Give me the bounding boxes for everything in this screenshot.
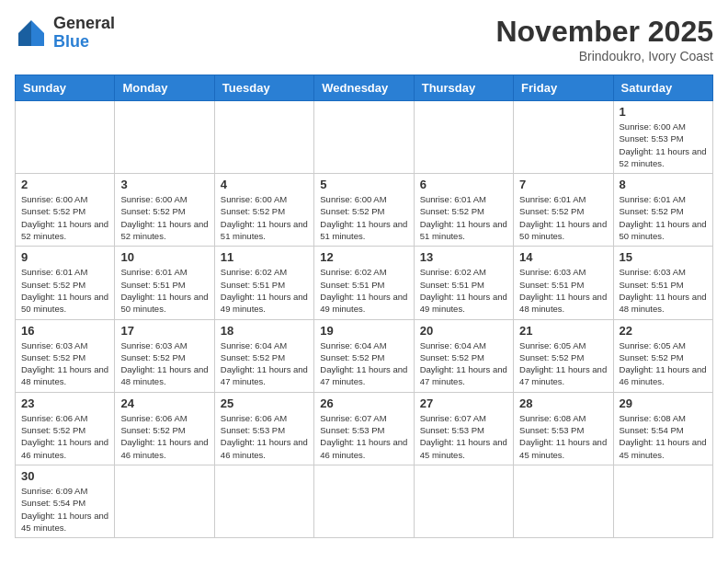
day-number: 29 bbox=[620, 396, 707, 410]
calendar-cell: 23Sunrise: 6:06 AM Sunset: 5:52 PM Dayli… bbox=[16, 392, 115, 465]
day-number: 24 bbox=[120, 396, 208, 410]
calendar-cell: 13Sunrise: 6:02 AM Sunset: 5:51 PM Dayli… bbox=[414, 247, 513, 319]
day-info: Sunrise: 6:00 AM Sunset: 5:53 PM Dayligh… bbox=[620, 121, 707, 169]
calendar-cell: 5Sunrise: 6:00 AM Sunset: 5:52 PM Daylig… bbox=[314, 174, 414, 247]
day-info: Sunrise: 6:02 AM Sunset: 5:51 PM Dayligh… bbox=[420, 266, 507, 315]
day-info: Sunrise: 6:02 AM Sunset: 5:51 PM Dayligh… bbox=[320, 266, 407, 315]
calendar-cell: 9Sunrise: 6:01 AM Sunset: 5:52 PM Daylig… bbox=[16, 247, 115, 319]
calendar-cell: 21Sunrise: 6:05 AM Sunset: 5:52 PM Dayli… bbox=[514, 319, 613, 392]
calendar-cell bbox=[115, 101, 214, 174]
col-saturday: Saturday bbox=[613, 75, 712, 101]
day-number: 19 bbox=[320, 324, 407, 338]
day-info: Sunrise: 6:05 AM Sunset: 5:52 PM Dayligh… bbox=[519, 339, 607, 388]
calendar-cell: 30Sunrise: 6:09 AM Sunset: 5:54 PM Dayli… bbox=[16, 465, 115, 537]
col-tuesday: Tuesday bbox=[214, 75, 313, 101]
calendar-body: 1Sunrise: 6:00 AM Sunset: 5:53 PM Daylig… bbox=[16, 101, 713, 538]
calendar-cell: 18Sunrise: 6:04 AM Sunset: 5:52 PM Dayli… bbox=[214, 319, 313, 392]
day-info: Sunrise: 6:03 AM Sunset: 5:52 PM Dayligh… bbox=[21, 339, 108, 388]
calendar-cell: 19Sunrise: 6:04 AM Sunset: 5:52 PM Dayli… bbox=[314, 319, 414, 392]
calendar-cell bbox=[314, 101, 414, 174]
day-number: 8 bbox=[620, 178, 707, 191]
day-number: 1 bbox=[620, 105, 707, 119]
svg-marker-2 bbox=[31, 33, 44, 46]
day-info: Sunrise: 6:09 AM Sunset: 5:54 PM Dayligh… bbox=[21, 485, 108, 534]
day-number: 21 bbox=[519, 324, 607, 338]
calendar-cell: 25Sunrise: 6:06 AM Sunset: 5:53 PM Dayli… bbox=[214, 392, 313, 465]
calendar-cell: 24Sunrise: 6:06 AM Sunset: 5:52 PM Dayli… bbox=[115, 392, 214, 465]
day-info: Sunrise: 6:03 AM Sunset: 5:51 PM Dayligh… bbox=[620, 266, 707, 315]
calendar-cell: 15Sunrise: 6:03 AM Sunset: 5:51 PM Dayli… bbox=[613, 247, 712, 319]
calendar-week-4: 16Sunrise: 6:03 AM Sunset: 5:52 PM Dayli… bbox=[16, 319, 713, 392]
day-number: 16 bbox=[21, 324, 108, 338]
calendar-cell: 8Sunrise: 6:01 AM Sunset: 5:52 PM Daylig… bbox=[613, 174, 712, 247]
day-number: 22 bbox=[620, 324, 707, 338]
day-number: 20 bbox=[420, 324, 507, 338]
day-number: 5 bbox=[320, 178, 407, 191]
day-info: Sunrise: 6:04 AM Sunset: 5:52 PM Dayligh… bbox=[320, 339, 407, 388]
col-wednesday: Wednesday bbox=[314, 75, 414, 101]
day-number: 17 bbox=[120, 324, 208, 338]
calendar-week-6: 30Sunrise: 6:09 AM Sunset: 5:54 PM Dayli… bbox=[16, 465, 713, 537]
calendar-cell bbox=[314, 465, 414, 537]
calendar-week-3: 9Sunrise: 6:01 AM Sunset: 5:52 PM Daylig… bbox=[16, 247, 713, 319]
calendar-cell: 17Sunrise: 6:03 AM Sunset: 5:52 PM Dayli… bbox=[115, 319, 214, 392]
day-number: 3 bbox=[120, 178, 208, 191]
calendar-header: Sunday Monday Tuesday Wednesday Thursday… bbox=[16, 75, 713, 101]
calendar-cell: 6Sunrise: 6:01 AM Sunset: 5:52 PM Daylig… bbox=[414, 174, 513, 247]
day-number: 26 bbox=[320, 396, 407, 410]
logo-icon bbox=[15, 17, 48, 50]
day-info: Sunrise: 6:06 AM Sunset: 5:52 PM Dayligh… bbox=[120, 412, 208, 461]
calendar-cell bbox=[115, 465, 214, 537]
calendar-cell: 26Sunrise: 6:07 AM Sunset: 5:53 PM Dayli… bbox=[314, 392, 414, 465]
day-info: Sunrise: 6:03 AM Sunset: 5:51 PM Dayligh… bbox=[519, 266, 607, 315]
day-number: 6 bbox=[420, 178, 507, 191]
location: Brindoukro, Ivory Coast bbox=[495, 49, 713, 63]
day-info: Sunrise: 6:00 AM Sunset: 5:52 PM Dayligh… bbox=[320, 193, 407, 242]
day-number: 27 bbox=[420, 396, 507, 410]
day-number: 14 bbox=[519, 250, 607, 264]
logo-text: General Blue bbox=[53, 15, 115, 52]
day-number: 4 bbox=[221, 178, 308, 191]
day-info: Sunrise: 6:05 AM Sunset: 5:52 PM Dayligh… bbox=[620, 339, 707, 388]
day-info: Sunrise: 6:03 AM Sunset: 5:52 PM Dayligh… bbox=[120, 339, 208, 388]
day-info: Sunrise: 6:04 AM Sunset: 5:52 PM Dayligh… bbox=[420, 339, 507, 388]
day-number: 13 bbox=[420, 250, 507, 264]
calendar-cell bbox=[414, 465, 513, 537]
day-info: Sunrise: 6:04 AM Sunset: 5:52 PM Dayligh… bbox=[221, 339, 308, 388]
day-number: 18 bbox=[221, 324, 308, 338]
day-info: Sunrise: 6:07 AM Sunset: 5:53 PM Dayligh… bbox=[320, 412, 407, 461]
calendar-cell bbox=[613, 465, 712, 537]
day-info: Sunrise: 6:01 AM Sunset: 5:51 PM Dayligh… bbox=[120, 266, 208, 315]
day-info: Sunrise: 6:01 AM Sunset: 5:52 PM Dayligh… bbox=[519, 193, 607, 242]
day-info: Sunrise: 6:08 AM Sunset: 5:54 PM Dayligh… bbox=[620, 412, 707, 461]
day-number: 10 bbox=[120, 250, 208, 264]
calendar-cell: 22Sunrise: 6:05 AM Sunset: 5:52 PM Dayli… bbox=[613, 319, 712, 392]
day-number: 7 bbox=[519, 178, 607, 191]
day-info: Sunrise: 6:02 AM Sunset: 5:51 PM Dayligh… bbox=[221, 266, 308, 315]
header-row: Sunday Monday Tuesday Wednesday Thursday… bbox=[16, 75, 713, 101]
logo-general: General bbox=[53, 15, 115, 33]
logo-blue: Blue bbox=[53, 33, 115, 52]
day-info: Sunrise: 6:01 AM Sunset: 5:52 PM Dayligh… bbox=[620, 193, 707, 242]
calendar-cell: 2Sunrise: 6:00 AM Sunset: 5:52 PM Daylig… bbox=[16, 174, 115, 247]
calendar-cell: 16Sunrise: 6:03 AM Sunset: 5:52 PM Dayli… bbox=[16, 319, 115, 392]
calendar-cell bbox=[514, 465, 613, 537]
day-info: Sunrise: 6:00 AM Sunset: 5:52 PM Dayligh… bbox=[21, 193, 108, 242]
calendar-table: Sunday Monday Tuesday Wednesday Thursday… bbox=[15, 75, 713, 538]
day-number: 28 bbox=[519, 396, 607, 410]
col-monday: Monday bbox=[115, 75, 214, 101]
calendar-cell: 28Sunrise: 6:08 AM Sunset: 5:53 PM Dayli… bbox=[514, 392, 613, 465]
day-info: Sunrise: 6:00 AM Sunset: 5:52 PM Dayligh… bbox=[120, 193, 208, 242]
day-info: Sunrise: 6:08 AM Sunset: 5:53 PM Dayligh… bbox=[519, 412, 607, 461]
calendar-cell bbox=[214, 101, 313, 174]
calendar-week-1: 1Sunrise: 6:00 AM Sunset: 5:53 PM Daylig… bbox=[16, 101, 713, 174]
calendar-cell: 12Sunrise: 6:02 AM Sunset: 5:51 PM Dayli… bbox=[314, 247, 414, 319]
col-friday: Friday bbox=[514, 75, 613, 101]
col-thursday: Thursday bbox=[414, 75, 513, 101]
calendar-cell bbox=[414, 101, 513, 174]
calendar-cell: 20Sunrise: 6:04 AM Sunset: 5:52 PM Dayli… bbox=[414, 319, 513, 392]
calendar-cell: 1Sunrise: 6:00 AM Sunset: 5:53 PM Daylig… bbox=[613, 101, 712, 174]
day-number: 2 bbox=[21, 178, 108, 191]
day-info: Sunrise: 6:01 AM Sunset: 5:52 PM Dayligh… bbox=[420, 193, 507, 242]
day-info: Sunrise: 6:00 AM Sunset: 5:52 PM Dayligh… bbox=[221, 193, 308, 242]
